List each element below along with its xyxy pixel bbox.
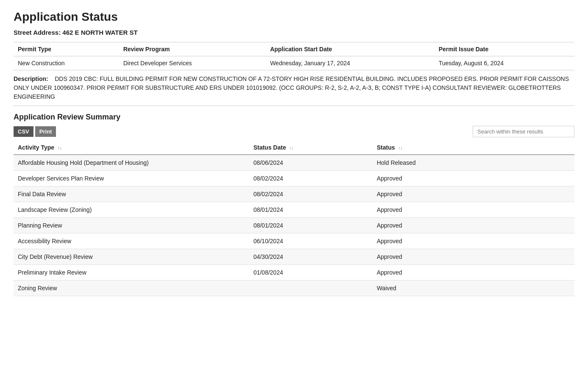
status-cell: Waived — [373, 280, 574, 296]
search-wrapper — [473, 126, 574, 137]
status-cell: Approved — [373, 202, 574, 218]
table-row: Zoning ReviewWaived — [14, 280, 574, 296]
status-cell: Approved — [373, 218, 574, 233]
print-button[interactable]: Print — [35, 126, 56, 137]
status-cell: Hold Released — [373, 155, 574, 171]
activity-type-cell: Landscape Review (Zoning) — [14, 202, 249, 218]
status-date-cell: 08/02/2024 — [249, 171, 373, 186]
activity-type-cell: Accessibility Review — [14, 233, 249, 249]
street-address-value: 462 E NORTH WATER ST — [62, 29, 137, 36]
permit-issue-date-value: Tuesday, August 6, 2024 — [435, 56, 574, 70]
status-cell: Approved — [373, 171, 574, 186]
status-cell: Approved — [373, 249, 574, 265]
csv-button[interactable]: CSV — [14, 126, 33, 137]
table-row: Preliminary Intake Review01/08/2024Appro… — [14, 265, 574, 280]
col-permit-issue-date: Permit Issue Date — [435, 42, 574, 56]
col-permit-type: Permit Type — [14, 42, 119, 56]
table-row: Affordable Housing Hold (Department of H… — [14, 155, 574, 171]
col-status: Status ↑↓ — [373, 141, 574, 155]
permit-info-row: New Construction Direct Developer Servic… — [14, 56, 574, 70]
review-summary-table: Activity Type ↑↓ Status Date ↑↓ Status ↑… — [14, 141, 574, 296]
street-address: Street Address: 462 E NORTH WATER ST — [14, 29, 574, 36]
activity-type-cell: Final Data Review — [14, 186, 249, 202]
col-review-program: Review Program — [119, 42, 266, 56]
col-app-start-date: Application Start Date — [266, 42, 435, 56]
toolbar: CSV Print — [14, 126, 574, 137]
activity-type-cell: Planning Review — [14, 218, 249, 233]
review-program-value: Direct Developer Services — [119, 56, 266, 70]
activity-sort-icon[interactable]: ↑↓ — [58, 146, 62, 150]
status-date-cell: 08/01/2024 — [249, 202, 373, 218]
activity-type-cell: Developer Services Plan Review — [14, 171, 249, 186]
description-label: Description: — [14, 75, 48, 82]
description-row: Description: DDS 2019 CBC: FULL BUILDING… — [14, 70, 574, 106]
table-row: Final Data Review08/02/2024Approved — [14, 186, 574, 202]
page-title: Application Status — [14, 10, 574, 24]
activity-type-cell: Preliminary Intake Review — [14, 265, 249, 280]
street-address-label: Street Address: — [14, 29, 61, 36]
status-sort-icon[interactable]: ↑↓ — [398, 146, 402, 150]
status-date-cell — [249, 280, 373, 296]
description-text: DDS 2019 CBC: FULL BUILDING PERMIT FOR N… — [14, 75, 569, 100]
table-row: Developer Services Plan Review08/02/2024… — [14, 171, 574, 186]
permit-info-table: Permit Type Review Program Application S… — [14, 42, 574, 70]
activity-type-cell: City Debt (Revenue) Review — [14, 249, 249, 265]
status-date-cell: 08/01/2024 — [249, 218, 373, 233]
table-row: Accessibility Review06/10/2024Approved — [14, 233, 574, 249]
permit-type-value: New Construction — [14, 56, 119, 70]
table-row: City Debt (Revenue) Review04/30/2024Appr… — [14, 249, 574, 265]
app-start-date-value: Wednesday, January 17, 2024 — [266, 56, 435, 70]
status-date-sort-icon[interactable]: ↑↓ — [290, 146, 294, 150]
status-cell: Approved — [373, 186, 574, 202]
table-row: Landscape Review (Zoning)08/01/2024Appro… — [14, 202, 574, 218]
status-date-cell: 01/08/2024 — [249, 265, 373, 280]
table-row: Planning Review08/01/2024Approved — [14, 218, 574, 233]
review-summary-title: Application Review Summary — [14, 113, 574, 122]
status-cell: Approved — [373, 265, 574, 280]
status-date-cell: 08/06/2024 — [249, 155, 373, 171]
status-date-cell: 06/10/2024 — [249, 233, 373, 249]
activity-type-cell: Affordable Housing Hold (Department of H… — [14, 155, 249, 171]
status-date-cell: 08/02/2024 — [249, 186, 373, 202]
toolbar-left: CSV Print — [14, 126, 56, 137]
col-status-date: Status Date ↑↓ — [249, 141, 373, 155]
search-input[interactable] — [473, 126, 574, 137]
activity-type-cell: Zoning Review — [14, 280, 249, 296]
status-cell: Approved — [373, 233, 574, 249]
col-activity-type: Activity Type ↑↓ — [14, 141, 249, 155]
status-date-cell: 04/30/2024 — [249, 249, 373, 265]
